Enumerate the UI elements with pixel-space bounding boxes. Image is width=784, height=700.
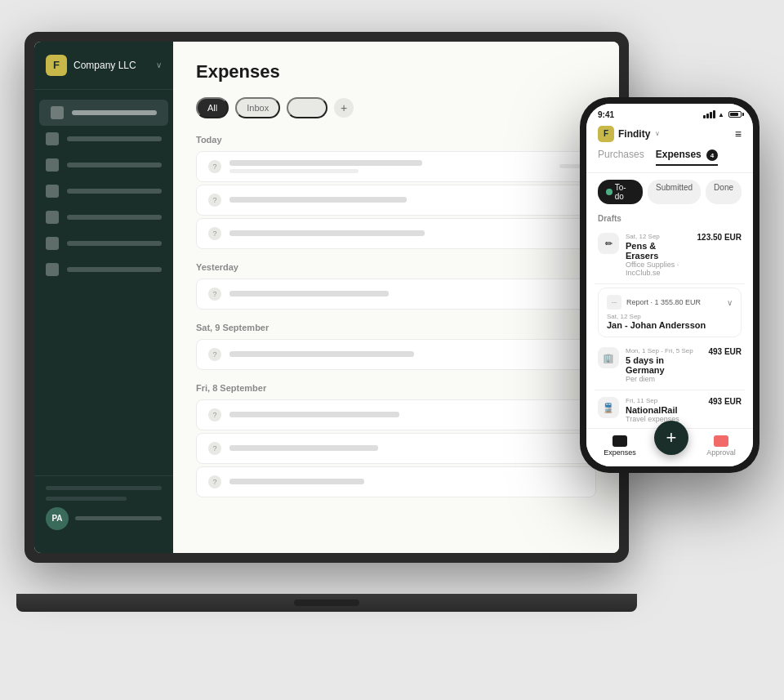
expense-list-yesterday: ?	[196, 279, 596, 310]
table-row[interactable]: ?	[196, 433, 596, 464]
expense-line-main	[229, 479, 364, 484]
sidebar-footer: PA	[34, 475, 173, 540]
list-item[interactable]: 🏢 Mon, 1 Sep - Fri, 5 Sep 5 days in Germ…	[595, 341, 745, 390]
sidebar-extra-1	[46, 486, 162, 490]
alerts-icon	[46, 185, 59, 198]
phone-brand[interactable]: F Findity ∨	[598, 126, 660, 142]
signal-bar-3	[710, 112, 712, 118]
expense-list-today: ? ?	[196, 151, 596, 249]
tab-all[interactable]: All	[196, 97, 229, 118]
nav-label-bar	[67, 267, 162, 272]
expense-date: Fri, 11 Sep	[626, 397, 702, 404]
laptop-base	[16, 594, 637, 612]
signal-bar-2	[706, 114, 709, 118]
wifi-icon: ▲	[718, 111, 724, 118]
tab-extra[interactable]	[287, 97, 327, 118]
sidebar-item-alerts[interactable]	[34, 178, 173, 204]
expense-lines	[229, 160, 551, 173]
table-row[interactable]: ?	[196, 466, 596, 497]
table-row[interactable]: ?	[196, 151, 596, 182]
section-fri8-label: Fri, 8 September	[196, 383, 596, 393]
expense-lines	[229, 230, 584, 236]
expense-unknown-icon: ?	[208, 348, 221, 361]
report-owner: Jan - Johan Andersson	[607, 320, 733, 330]
sidebar-item-cards[interactable]	[34, 204, 173, 230]
filter-done-button[interactable]: Done	[706, 180, 742, 204]
phone-brand-icon: F	[598, 126, 614, 142]
expense-lines	[229, 351, 584, 357]
table-row[interactable]: ?	[196, 279, 596, 310]
fab-add-button[interactable]: +	[654, 421, 688, 455]
tab-expenses[interactable]: Expenses 4	[656, 149, 718, 167]
expense-amount: 493 EUR	[708, 397, 742, 406]
table-row[interactable]: ?	[196, 339, 596, 370]
phone-screen: 9:41 ▲ F Fin	[586, 104, 753, 466]
sidebar-brand[interactable]: F Company LLC ∨	[34, 55, 173, 90]
sidebar-item-settings[interactable]	[34, 256, 173, 283]
sidebar-item-people[interactable]	[34, 152, 173, 178]
scene: F Company LLC ∨	[24, 32, 760, 669]
laptop: F Company LLC ∨	[24, 32, 629, 612]
expenses-badge: 4	[706, 149, 718, 161]
table-row[interactable]: ?	[196, 399, 596, 430]
bottom-tab-expenses[interactable]: Expenses	[604, 435, 636, 457]
phone-filter-bar: To-do Submitted Done	[586, 173, 753, 211]
signal-bar-1	[703, 115, 706, 118]
reports-icon	[46, 132, 59, 145]
signal-bar-4	[713, 110, 715, 118]
expense-name: 5 days in Germany	[626, 355, 702, 375]
expense-line-main	[229, 160, 422, 166]
nav-label-bar	[67, 136, 162, 141]
tab-purchases[interactable]: Purchases	[598, 149, 644, 167]
tab-add-button[interactable]: +	[334, 98, 354, 118]
nav-label-bar	[67, 189, 162, 194]
report-chevron-icon: ∨	[727, 298, 733, 307]
battery-fill	[730, 113, 738, 116]
report-dots-icon: ···	[607, 295, 621, 310]
bottom-tab-approval[interactable]: Approval	[706, 435, 736, 457]
phone-expense-list: ✏ Sat, 12 Sep Pens & Erasers Office Supp…	[586, 226, 753, 428]
tab-inbox[interactable]: Inbox	[235, 97, 280, 118]
expense-name: NationalRail	[626, 405, 702, 415]
main-content: Expenses All Inbox + Today ?	[173, 42, 619, 553]
list-item[interactable]: ✏ Sat, 12 Sep Pens & Erasers Office Supp…	[595, 226, 745, 284]
section-sat9-label: Sat, 9 September	[196, 323, 596, 332]
hamburger-menu-icon[interactable]: ≡	[735, 127, 742, 140]
page-title: Expenses	[196, 61, 596, 82]
phone-header: F Findity ∨ ≡	[586, 123, 753, 149]
sidebar-item-reports[interactable]	[34, 126, 173, 152]
laptop-screen: F Company LLC ∨	[34, 42, 619, 553]
sidebar-item-favorites[interactable]	[34, 230, 173, 256]
filter-todo-button[interactable]: To-do	[598, 180, 643, 204]
expense-amount: 123.50 EUR	[697, 233, 742, 242]
sidebar-nav	[34, 90, 173, 475]
expense-line-main	[229, 291, 389, 296]
expense-lines	[229, 479, 584, 484]
tab-bar: All Inbox +	[196, 97, 596, 118]
expense-line-main	[229, 412, 399, 417]
filter-submitted-button[interactable]: Submitted	[648, 180, 701, 204]
expense-lines	[229, 291, 584, 296]
brand-chevron-icon: ∨	[156, 60, 162, 69]
nav-label-bar	[67, 163, 162, 167]
expense-line-main	[229, 351, 414, 357]
expense-info: Sat, 12 Sep Pens & Erasers Office Suppli…	[626, 233, 691, 277]
expense-info: Mon, 1 Sep - Fri, 5 Sep 5 days in German…	[626, 347, 702, 383]
phone-brand-name: Findity	[618, 128, 650, 140]
table-row[interactable]: ?	[196, 218, 596, 249]
report-card[interactable]: ··· Report · 1 355.80 EUR ∨ Sat, 12 Sep …	[598, 288, 742, 337]
expense-category: Office Supplies · IncClub.se	[626, 261, 691, 277]
avatar-label	[75, 516, 162, 520]
bottom-approval-icon	[714, 435, 728, 447]
sidebar-item-expenses[interactable]	[39, 100, 168, 126]
phone: 9:41 ▲ F Fin	[580, 97, 760, 473]
expense-name: Pens & Erasers	[626, 241, 691, 261]
signal-bars-icon	[703, 110, 715, 118]
table-row[interactable]: ?	[196, 185, 596, 216]
expense-lines	[229, 412, 584, 417]
expense-unknown-icon: ?	[208, 227, 221, 240]
brand-name: Company LLC	[74, 60, 136, 71]
expense-building-icon: 🏢	[598, 347, 619, 368]
expense-date: Mon, 1 Sep - Fri, 5 Sep	[626, 347, 702, 354]
brand-icon: F	[46, 55, 67, 76]
